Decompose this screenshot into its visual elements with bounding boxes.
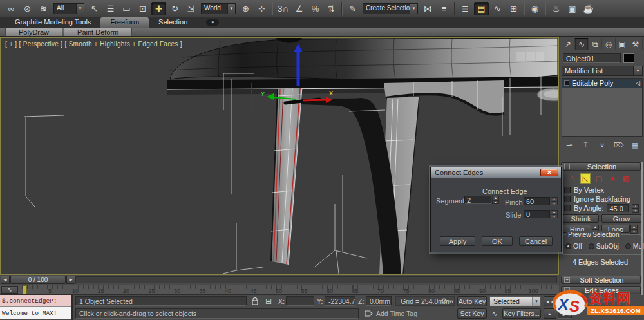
y-coordinate-field[interactable]: -22304.76: [325, 296, 355, 306]
graphite-modeling-tools-toggle-button[interactable]: ▤: [474, 2, 489, 15]
manage-layers-button[interactable]: ≣: [458, 2, 473, 15]
by-vertex-row[interactable]: By Vertex: [564, 186, 604, 194]
next-frame-button[interactable]: ►: [66, 276, 75, 284]
modifier-stack[interactable]: Editable Poly ◁: [562, 78, 643, 137]
align-button[interactable]: ≡: [437, 2, 451, 15]
select-and-scale-button[interactable]: ⇲: [184, 2, 198, 15]
mini-curve-editor-button[interactable]: ∿: [1, 286, 18, 294]
time-slider-track[interactable]: [75, 276, 557, 283]
apply-button[interactable]: Apply: [440, 236, 475, 246]
select-and-move-button[interactable]: ✚: [151, 2, 166, 15]
use-pivot-point-center-button[interactable]: ⊕: [238, 2, 253, 15]
collapse-icon[interactable]: +: [564, 277, 570, 283]
object-color-swatch[interactable]: [623, 53, 634, 63]
key-mode-toggle-icon[interactable]: ∿: [489, 308, 500, 319]
tab-freeform[interactable]: Freeform: [100, 17, 149, 28]
angle-snap-toggle-button[interactable]: ∠: [292, 2, 307, 15]
subtab-paint-deform[interactable]: Paint Deform: [64, 28, 132, 36]
ignore-backfacing-row[interactable]: Ignore Backfacing: [564, 195, 630, 203]
select-and-rotate-button[interactable]: ↻: [167, 2, 182, 15]
dialog-titlebar[interactable]: Connect Edges ✕: [431, 167, 561, 178]
segments-spinner[interactable]: ▲▼: [492, 196, 499, 204]
pin-stack-icon[interactable]: ⊸: [564, 140, 574, 149]
by-angle-spinner[interactable]: ▲▼: [632, 204, 639, 212]
close-icon[interactable]: ✕: [540, 169, 558, 176]
current-frame-marker[interactable]: [23, 285, 27, 294]
schematic-view-button[interactable]: ⊞: [506, 2, 521, 15]
selection-filter-dropdown[interactable]: All▼: [53, 3, 84, 14]
rollout-soft-selection[interactable]: +Soft Selection: [561, 276, 641, 284]
percent-snap-toggle-button[interactable]: %: [308, 2, 323, 15]
material-editor-button[interactable]: ◉: [527, 2, 542, 15]
select-object-button[interactable]: ↖: [87, 2, 102, 15]
segments-field[interactable]: 2: [464, 196, 491, 204]
select-and-manipulate-button[interactable]: ⊹: [254, 2, 269, 15]
absolute-mode-icon[interactable]: ⊞: [263, 296, 274, 306]
window-crossing-toggle-button[interactable]: ⊡: [135, 2, 150, 15]
subobject-border-icon[interactable]: ▢: [594, 173, 604, 184]
key-filters-button[interactable]: Key Filters...: [502, 308, 541, 319]
listener-script-line[interactable]: Welcome to MAX!: [0, 307, 71, 319]
rollout-selection[interactable]: - Selection: [561, 162, 641, 171]
edit-named-selection-sets-button[interactable]: ✎: [345, 2, 360, 15]
by-angle-field[interactable]: 45.0: [607, 204, 629, 212]
previous-frame-button[interactable]: ◄: [1, 276, 10, 284]
select-and-link-button[interactable]: ∞: [4, 2, 19, 15]
subobject-polygon-icon[interactable]: ■: [607, 173, 618, 184]
grow-button[interactable]: Grow: [601, 214, 641, 223]
key-selection-set-dropdown[interactable]: Selected ▼: [489, 296, 541, 306]
stack-expand-icon[interactable]: [564, 80, 569, 86]
listener-macro-line[interactable]: $.connectEdgeP:: [0, 295, 71, 307]
z-coordinate-field[interactable]: 0.0mm: [366, 296, 392, 306]
collapse-icon[interactable]: -: [564, 164, 570, 169]
bind-to-space-warp-button[interactable]: ≋: [36, 2, 51, 15]
subobject-vertex-icon[interactable]: ∴: [567, 173, 577, 184]
tab-graphite-modeling-tools[interactable]: Graphite Modeling Tools: [5, 17, 100, 28]
configure-modifier-sets-icon[interactable]: ▦: [630, 140, 640, 149]
maxscript-mini-listener[interactable]: $.connectEdgeP: Welcome to MAX!: [0, 295, 73, 320]
subobject-element-icon[interactable]: ▩: [621, 173, 631, 184]
by-vertex-checkbox[interactable]: [564, 187, 571, 193]
panel-tab-motion[interactable]: ◎: [602, 38, 616, 50]
panel-tab-modify[interactable]: ∿: [575, 38, 589, 50]
ok-button[interactable]: OK: [482, 236, 513, 246]
pinch-field[interactable]: 60: [524, 197, 550, 205]
panel-tab-create[interactable]: ↗: [562, 38, 575, 50]
subtab-polydraw[interactable]: PolyDraw: [5, 28, 62, 36]
remove-modifier-icon[interactable]: ⌦: [614, 140, 624, 149]
auto-key-button[interactable]: Auto Key: [457, 296, 487, 306]
cancel-button[interactable]: Cancel: [519, 236, 553, 246]
x-coordinate-field[interactable]: [286, 296, 314, 306]
set-key-button[interactable]: Set Key: [457, 308, 487, 319]
panel-tab-display[interactable]: ▣: [616, 38, 629, 50]
panel-tab-hierarchy[interactable]: ⧉: [589, 38, 602, 50]
render-production-button[interactable]: ☕: [581, 2, 596, 15]
make-unique-icon[interactable]: ∨: [597, 140, 607, 149]
shrink-button[interactable]: Shrink: [563, 214, 599, 223]
stack-item-editable-poly[interactable]: Editable Poly ◁: [562, 79, 642, 88]
add-time-tag[interactable]: Add Time Tag: [376, 310, 417, 317]
slide-field[interactable]: 0: [524, 210, 550, 218]
track-bar[interactable]: ∿ 05101520253035404550556065707580859095…: [0, 285, 559, 295]
radio-off[interactable]: Off: [565, 242, 582, 250]
object-name-field[interactable]: Object01: [563, 53, 621, 63]
loop-spinner[interactable]: ▲▼: [630, 225, 638, 233]
modifier-list-dropdown[interactable]: Modifier List ▼: [562, 66, 643, 76]
render-setup-button[interactable]: ♨: [549, 2, 564, 15]
slide-spinner[interactable]: ▲▼: [551, 210, 558, 218]
by-angle-row[interactable]: By Angle: 45.0 ▲▼: [564, 204, 639, 212]
named-selection-sets-dropdown[interactable]: Create Selection Se▼: [363, 3, 418, 14]
viewport-label[interactable]: [ + ] [ Perspective ] [ Smooth + Highlig…: [5, 41, 182, 48]
by-angle-checkbox[interactable]: [564, 205, 571, 211]
rectangular-selection-region-button[interactable]: ▭: [119, 2, 134, 15]
mirror-button[interactable]: ⋈: [421, 2, 435, 15]
panel-tab-utilities[interactable]: ⚒: [629, 38, 643, 50]
rendered-frame-window-button[interactable]: ▣: [565, 2, 580, 15]
select-by-name-button[interactable]: ☰: [103, 2, 118, 15]
spinner-snap-toggle-button[interactable]: ⇅: [324, 2, 339, 15]
reference-coordinate-system-dropdown[interactable]: World▼: [201, 3, 236, 14]
radio-subobj[interactable]: SubObj: [589, 242, 619, 250]
pinch-spinner[interactable]: ▲▼: [551, 197, 558, 205]
subobject-edge-icon[interactable]: ◺: [580, 173, 591, 184]
ribbon-minimize-button[interactable]: ▾: [206, 19, 219, 26]
